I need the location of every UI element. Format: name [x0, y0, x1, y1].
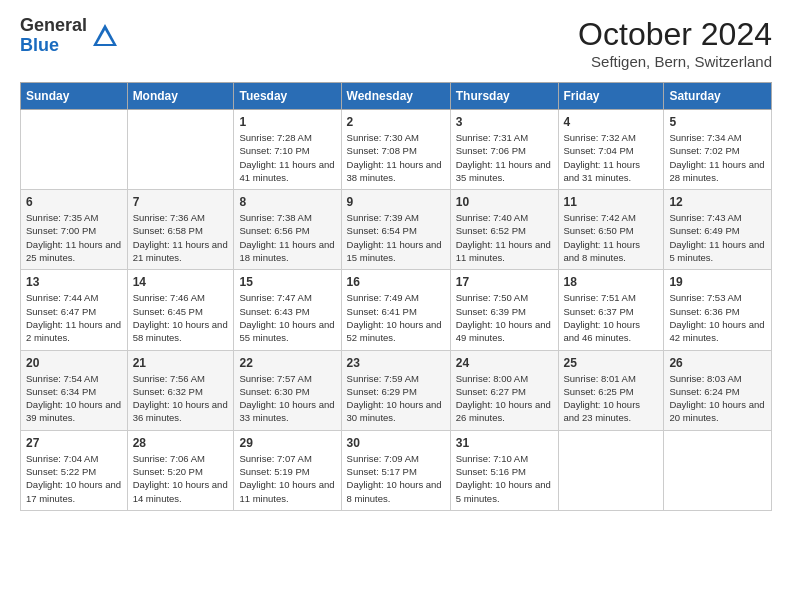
day-number: 5: [669, 115, 766, 129]
col-thursday: Thursday: [450, 83, 558, 110]
cell-content: Sunrise: 7:59 AM Sunset: 6:29 PM Dayligh…: [347, 372, 445, 425]
calendar-cell: 19Sunrise: 7:53 AM Sunset: 6:36 PM Dayli…: [664, 270, 772, 350]
day-number: 31: [456, 436, 553, 450]
month-title: October 2024: [578, 16, 772, 53]
calendar-cell: 21Sunrise: 7:56 AM Sunset: 6:32 PM Dayli…: [127, 350, 234, 430]
title-block: October 2024 Seftigen, Bern, Switzerland: [578, 16, 772, 70]
calendar-cell: 31Sunrise: 7:10 AM Sunset: 5:16 PM Dayli…: [450, 430, 558, 510]
cell-content: Sunrise: 7:32 AM Sunset: 7:04 PM Dayligh…: [564, 131, 659, 184]
calendar-page: General Blue October 2024 Seftigen, Bern…: [0, 0, 792, 527]
calendar-cell: 23Sunrise: 7:59 AM Sunset: 6:29 PM Dayli…: [341, 350, 450, 430]
week-row-3: 13Sunrise: 7:44 AM Sunset: 6:47 PM Dayli…: [21, 270, 772, 350]
cell-content: Sunrise: 7:51 AM Sunset: 6:37 PM Dayligh…: [564, 291, 659, 344]
day-number: 29: [239, 436, 335, 450]
cell-content: Sunrise: 7:06 AM Sunset: 5:20 PM Dayligh…: [133, 452, 229, 505]
cell-content: Sunrise: 7:39 AM Sunset: 6:54 PM Dayligh…: [347, 211, 445, 264]
calendar-cell: 18Sunrise: 7:51 AM Sunset: 6:37 PM Dayli…: [558, 270, 664, 350]
cell-content: Sunrise: 7:50 AM Sunset: 6:39 PM Dayligh…: [456, 291, 553, 344]
day-number: 20: [26, 356, 122, 370]
day-number: 26: [669, 356, 766, 370]
day-number: 11: [564, 195, 659, 209]
cell-content: Sunrise: 7:40 AM Sunset: 6:52 PM Dayligh…: [456, 211, 553, 264]
week-row-5: 27Sunrise: 7:04 AM Sunset: 5:22 PM Dayli…: [21, 430, 772, 510]
day-number: 24: [456, 356, 553, 370]
calendar-cell: 8Sunrise: 7:38 AM Sunset: 6:56 PM Daylig…: [234, 190, 341, 270]
day-number: 19: [669, 275, 766, 289]
header-row: Sunday Monday Tuesday Wednesday Thursday…: [21, 83, 772, 110]
calendar-cell: 17Sunrise: 7:50 AM Sunset: 6:39 PM Dayli…: [450, 270, 558, 350]
calendar-cell: 5Sunrise: 7:34 AM Sunset: 7:02 PM Daylig…: [664, 110, 772, 190]
calendar-body: 1Sunrise: 7:28 AM Sunset: 7:10 PM Daylig…: [21, 110, 772, 511]
cell-content: Sunrise: 7:31 AM Sunset: 7:06 PM Dayligh…: [456, 131, 553, 184]
day-number: 15: [239, 275, 335, 289]
day-number: 27: [26, 436, 122, 450]
cell-content: Sunrise: 7:54 AM Sunset: 6:34 PM Dayligh…: [26, 372, 122, 425]
calendar-cell: 29Sunrise: 7:07 AM Sunset: 5:19 PM Dayli…: [234, 430, 341, 510]
logo-general: General: [20, 16, 87, 36]
day-number: 7: [133, 195, 229, 209]
calendar-cell: 11Sunrise: 7:42 AM Sunset: 6:50 PM Dayli…: [558, 190, 664, 270]
cell-content: Sunrise: 7:53 AM Sunset: 6:36 PM Dayligh…: [669, 291, 766, 344]
week-row-4: 20Sunrise: 7:54 AM Sunset: 6:34 PM Dayli…: [21, 350, 772, 430]
cell-content: Sunrise: 7:07 AM Sunset: 5:19 PM Dayligh…: [239, 452, 335, 505]
day-number: 17: [456, 275, 553, 289]
col-monday: Monday: [127, 83, 234, 110]
week-row-1: 1Sunrise: 7:28 AM Sunset: 7:10 PM Daylig…: [21, 110, 772, 190]
cell-content: Sunrise: 7:46 AM Sunset: 6:45 PM Dayligh…: [133, 291, 229, 344]
calendar-cell: 7Sunrise: 7:36 AM Sunset: 6:58 PM Daylig…: [127, 190, 234, 270]
day-number: 18: [564, 275, 659, 289]
calendar-cell: 16Sunrise: 7:49 AM Sunset: 6:41 PM Dayli…: [341, 270, 450, 350]
calendar-cell: 22Sunrise: 7:57 AM Sunset: 6:30 PM Dayli…: [234, 350, 341, 430]
col-sunday: Sunday: [21, 83, 128, 110]
day-number: 21: [133, 356, 229, 370]
cell-content: Sunrise: 7:57 AM Sunset: 6:30 PM Dayligh…: [239, 372, 335, 425]
calendar-cell: 30Sunrise: 7:09 AM Sunset: 5:17 PM Dayli…: [341, 430, 450, 510]
day-number: 23: [347, 356, 445, 370]
cell-content: Sunrise: 7:44 AM Sunset: 6:47 PM Dayligh…: [26, 291, 122, 344]
col-saturday: Saturday: [664, 83, 772, 110]
calendar-cell: [21, 110, 128, 190]
header: General Blue October 2024 Seftigen, Bern…: [20, 16, 772, 70]
location: Seftigen, Bern, Switzerland: [578, 53, 772, 70]
cell-content: Sunrise: 7:30 AM Sunset: 7:08 PM Dayligh…: [347, 131, 445, 184]
logo-text: General Blue: [20, 16, 87, 56]
calendar-cell: 27Sunrise: 7:04 AM Sunset: 5:22 PM Dayli…: [21, 430, 128, 510]
calendar-header: Sunday Monday Tuesday Wednesday Thursday…: [21, 83, 772, 110]
day-number: 9: [347, 195, 445, 209]
calendar-cell: [127, 110, 234, 190]
col-wednesday: Wednesday: [341, 83, 450, 110]
day-number: 1: [239, 115, 335, 129]
cell-content: Sunrise: 7:10 AM Sunset: 5:16 PM Dayligh…: [456, 452, 553, 505]
cell-content: Sunrise: 7:34 AM Sunset: 7:02 PM Dayligh…: [669, 131, 766, 184]
calendar-cell: 12Sunrise: 7:43 AM Sunset: 6:49 PM Dayli…: [664, 190, 772, 270]
day-number: 10: [456, 195, 553, 209]
logo-icon: [91, 22, 119, 50]
day-number: 22: [239, 356, 335, 370]
calendar-cell: 25Sunrise: 8:01 AM Sunset: 6:25 PM Dayli…: [558, 350, 664, 430]
cell-content: Sunrise: 7:47 AM Sunset: 6:43 PM Dayligh…: [239, 291, 335, 344]
calendar-cell: 6Sunrise: 7:35 AM Sunset: 7:00 PM Daylig…: [21, 190, 128, 270]
day-number: 12: [669, 195, 766, 209]
logo-blue: Blue: [20, 36, 87, 56]
cell-content: Sunrise: 7:35 AM Sunset: 7:00 PM Dayligh…: [26, 211, 122, 264]
calendar-cell: 13Sunrise: 7:44 AM Sunset: 6:47 PM Dayli…: [21, 270, 128, 350]
calendar-cell: 20Sunrise: 7:54 AM Sunset: 6:34 PM Dayli…: [21, 350, 128, 430]
cell-content: Sunrise: 7:09 AM Sunset: 5:17 PM Dayligh…: [347, 452, 445, 505]
day-number: 16: [347, 275, 445, 289]
day-number: 8: [239, 195, 335, 209]
calendar-cell: 15Sunrise: 7:47 AM Sunset: 6:43 PM Dayli…: [234, 270, 341, 350]
calendar-cell: [664, 430, 772, 510]
day-number: 28: [133, 436, 229, 450]
week-row-2: 6Sunrise: 7:35 AM Sunset: 7:00 PM Daylig…: [21, 190, 772, 270]
calendar-cell: 4Sunrise: 7:32 AM Sunset: 7:04 PM Daylig…: [558, 110, 664, 190]
calendar-table: Sunday Monday Tuesday Wednesday Thursday…: [20, 82, 772, 511]
cell-content: Sunrise: 7:38 AM Sunset: 6:56 PM Dayligh…: [239, 211, 335, 264]
day-number: 4: [564, 115, 659, 129]
cell-content: Sunrise: 7:49 AM Sunset: 6:41 PM Dayligh…: [347, 291, 445, 344]
calendar-cell: 1Sunrise: 7:28 AM Sunset: 7:10 PM Daylig…: [234, 110, 341, 190]
calendar-cell: 10Sunrise: 7:40 AM Sunset: 6:52 PM Dayli…: [450, 190, 558, 270]
day-number: 13: [26, 275, 122, 289]
cell-content: Sunrise: 7:28 AM Sunset: 7:10 PM Dayligh…: [239, 131, 335, 184]
cell-content: Sunrise: 8:03 AM Sunset: 6:24 PM Dayligh…: [669, 372, 766, 425]
col-tuesday: Tuesday: [234, 83, 341, 110]
